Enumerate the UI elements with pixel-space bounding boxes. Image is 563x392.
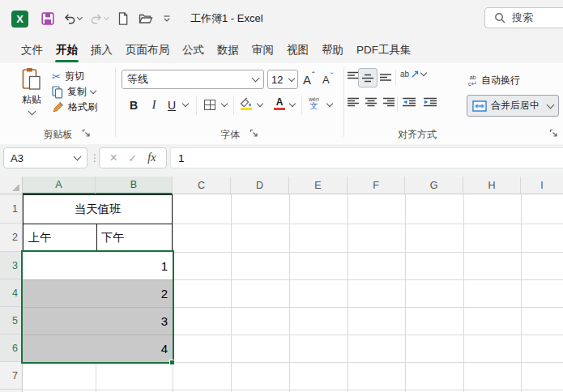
enter-button[interactable]: ✓ xyxy=(128,152,137,164)
font-size-chevron-icon[interactable] xyxy=(288,75,295,81)
align-center-button[interactable] xyxy=(365,97,377,108)
tab-review[interactable]: 审阅 xyxy=(245,37,280,63)
undo-dropdown-chevron-icon[interactable] xyxy=(77,15,83,20)
row-header-7[interactable]: 7 xyxy=(0,362,23,390)
orientation-button[interactable]: ab xyxy=(400,70,426,79)
clipboard-dialog-launcher-icon[interactable] xyxy=(82,129,91,138)
wrap-text-button[interactable]: ab c↵ 自动换行 xyxy=(468,73,520,88)
merge-center-button[interactable]: 合并后居中 xyxy=(467,95,559,117)
font-name-chevron-icon[interactable] xyxy=(252,75,260,83)
row-header-3[interactable]: 3 xyxy=(0,252,23,279)
search-label: 搜索 xyxy=(512,11,533,25)
underline-button[interactable]: U xyxy=(165,96,178,115)
paste-label: 粘贴 xyxy=(22,93,41,107)
font-color-bar xyxy=(274,108,285,110)
cell-a1-merged[interactable]: 当天值班 xyxy=(23,195,172,224)
save-button[interactable] xyxy=(39,10,57,28)
cell-b2[interactable]: 下午 xyxy=(101,224,170,251)
alignment-dialog-launcher-icon[interactable] xyxy=(549,129,558,138)
column-header-d[interactable]: D xyxy=(231,177,289,194)
row-header-6[interactable]: 6 xyxy=(0,334,23,362)
paste-button[interactable]: 粘贴 xyxy=(13,67,50,119)
decrease-indent-button[interactable] xyxy=(402,97,416,108)
new-file-icon xyxy=(116,11,130,26)
cell-a5-merged[interactable]: 3 xyxy=(23,307,173,334)
font-color-dropdown-chevron-icon[interactable] xyxy=(289,100,296,107)
open-file-button[interactable] xyxy=(136,10,156,28)
column-header-i[interactable]: I xyxy=(521,177,563,194)
align-right-button[interactable] xyxy=(382,97,395,108)
redo-button[interactable] xyxy=(87,10,110,28)
cell-a2[interactable]: 上午 xyxy=(28,224,93,251)
tab-view[interactable]: 视图 xyxy=(280,37,315,63)
orientation-arrow-icon xyxy=(411,70,420,79)
format-painter-button[interactable]: 格式刷 xyxy=(52,100,97,115)
duty-table: 当天值班 上午 下午 xyxy=(23,194,173,252)
insert-function-button[interactable]: fx xyxy=(147,151,156,164)
column-header-f[interactable]: F xyxy=(348,177,405,194)
copy-button[interactable]: 复制 xyxy=(52,84,96,100)
italic-button[interactable]: I xyxy=(147,96,160,115)
font-color-button[interactable]: A xyxy=(274,97,285,110)
increase-indent-button[interactable] xyxy=(423,97,437,108)
redo-dropdown-chevron-icon[interactable] xyxy=(104,15,109,20)
new-file-button[interactable] xyxy=(114,10,132,28)
bottom-align-button[interactable] xyxy=(379,71,392,82)
column-header-e[interactable]: E xyxy=(289,177,348,194)
tab-file[interactable]: 文件 xyxy=(15,37,49,63)
tab-home[interactable]: 开始 xyxy=(49,37,84,63)
tab-insert[interactable]: 插入 xyxy=(84,37,119,63)
column-header-a[interactable]: A xyxy=(23,177,96,194)
name-box-chevron-icon[interactable] xyxy=(74,153,82,161)
tab-page-layout[interactable]: 页面布局 xyxy=(119,37,176,63)
phonetic-dropdown-chevron-icon[interactable] xyxy=(326,100,333,107)
tab-data[interactable]: 数据 xyxy=(211,37,245,63)
column-header-h[interactable]: H xyxy=(463,177,521,194)
column-header-g[interactable]: G xyxy=(405,177,463,194)
row-header-1[interactable]: 1 xyxy=(0,194,23,224)
cancel-button[interactable]: × xyxy=(110,151,117,164)
borders-button[interactable] xyxy=(204,100,215,110)
merge-center-dropdown-chevron-icon[interactable] xyxy=(547,100,555,109)
align-left-button[interactable] xyxy=(347,97,360,108)
row-header-2[interactable]: 2 xyxy=(0,224,23,252)
font-size-combobox[interactable]: 12 xyxy=(267,70,298,89)
phonetic-guide-button[interactable]: wén 文 xyxy=(309,96,319,110)
paste-dropdown-chevron-icon[interactable] xyxy=(28,108,36,116)
row-header-4[interactable]: 4 xyxy=(0,279,23,307)
fill-color-bucket-icon xyxy=(240,97,253,108)
underline-dropdown-chevron-icon[interactable] xyxy=(182,100,189,107)
cell-a6-merged[interactable]: 4 xyxy=(23,334,173,362)
font-group-label: 字体 xyxy=(116,128,344,142)
font-name-combobox[interactable]: 等线 xyxy=(122,70,264,89)
formula-input[interactable]: 1 xyxy=(170,147,563,168)
font-dialog-launcher-icon[interactable] xyxy=(250,129,258,138)
copy-dropdown-chevron-icon[interactable] xyxy=(90,87,96,94)
font-name-value: 等线 xyxy=(127,72,148,87)
undo-button[interactable] xyxy=(61,10,83,28)
spreadsheet-grid: A B C D E F G H I 1 2 3 4 5 6 7 当天值班 上午 … xyxy=(0,177,563,392)
cut-button[interactable]: ✂ 剪切 xyxy=(52,69,84,84)
cell-a4-merged[interactable]: 2 xyxy=(23,279,173,307)
cell-a3-merged-active[interactable]: 1 xyxy=(23,252,173,279)
column-header-c[interactable]: C xyxy=(173,177,231,194)
select-all-corner[interactable] xyxy=(0,177,23,194)
bold-button[interactable]: B xyxy=(126,96,141,115)
search-box[interactable]: 搜索 xyxy=(484,7,563,28)
fill-color-button[interactable] xyxy=(240,97,253,110)
name-box[interactable]: A3 xyxy=(3,147,87,168)
tab-formulas[interactable]: 公式 xyxy=(176,37,211,63)
borders-dropdown-chevron-icon[interactable] xyxy=(221,100,228,107)
tab-help[interactable]: 帮助 xyxy=(315,37,350,63)
fill-color-dropdown-chevron-icon[interactable] xyxy=(257,100,263,107)
row-header-5[interactable]: 5 xyxy=(0,307,23,334)
column-header-b[interactable]: B xyxy=(96,177,173,194)
decrease-indent-icon xyxy=(402,97,416,108)
tab-pdf-tools[interactable]: PDF工具集 xyxy=(350,37,418,63)
increase-font-size-button[interactable]: A ˆ xyxy=(303,71,315,87)
middle-align-button[interactable] xyxy=(358,68,377,87)
qat-overflow-button[interactable] xyxy=(160,11,174,26)
decrease-font-size-button[interactable]: A ˇ xyxy=(322,71,333,87)
orientation-dropdown-chevron-icon[interactable] xyxy=(420,70,427,76)
fill-handle[interactable] xyxy=(169,360,175,365)
